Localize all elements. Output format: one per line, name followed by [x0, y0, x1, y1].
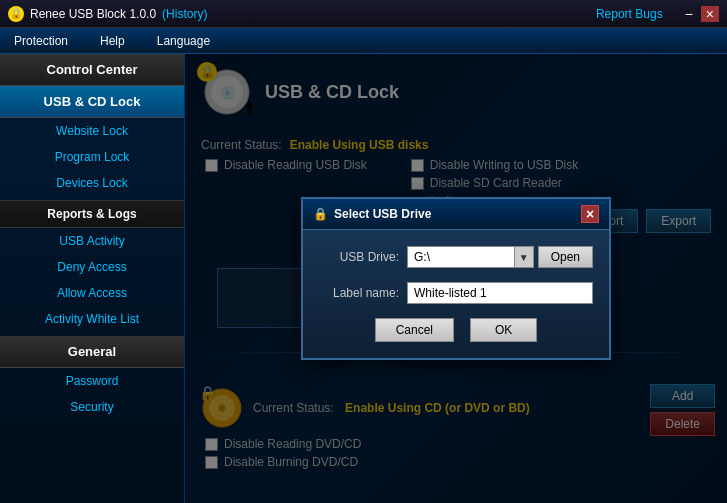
app-name: Renee USB Block 1.0.0 [30, 7, 156, 21]
close-button[interactable]: × [701, 6, 719, 22]
menu-bar: Protection Help Language [0, 28, 727, 54]
select-usb-drive-modal: 🔒 Select USB Drive × USB Drive: G:\ [301, 197, 611, 360]
dropdown-arrow-icon[interactable]: ▼ [514, 246, 534, 268]
sidebar-reports-logs-label: Reports & Logs [0, 200, 184, 228]
menu-protection[interactable]: Protection [8, 32, 74, 50]
usb-drive-field: USB Drive: G:\ ▼ Open [319, 246, 593, 268]
menu-language[interactable]: Language [151, 32, 216, 50]
modal-overlay: 🔒 Select USB Drive × USB Drive: G:\ [185, 54, 727, 503]
modal-close-button[interactable]: × [581, 205, 599, 223]
app-icon: 🔒 [8, 6, 24, 22]
sidebar-usb-cd-lock[interactable]: USB & CD Lock [0, 86, 184, 118]
sidebar: Control Center USB & CD Lock Website Loc… [0, 54, 185, 503]
sidebar-allow-access[interactable]: Allow Access [0, 280, 184, 306]
usb-drive-input-group: G:\ ▼ Open [407, 246, 593, 268]
sidebar-usb-activity[interactable]: USB Activity [0, 228, 184, 254]
sidebar-deny-access[interactable]: Deny Access [0, 254, 184, 280]
modal-title: Select USB Drive [334, 207, 431, 221]
window-controls: − × [681, 6, 719, 22]
minimize-button[interactable]: − [681, 6, 697, 22]
sidebar-website-lock[interactable]: Website Lock [0, 118, 184, 144]
label-name-field: Label name: [319, 282, 593, 304]
content-area: 💿 🔒 ⬆ USB & CD Lock Current Status: Enab… [185, 54, 727, 503]
modal-buttons: Cancel OK [319, 318, 593, 342]
title-bar-right: Report Bugs − × [596, 6, 719, 22]
usb-drive-select-wrapper: G:\ ▼ [407, 246, 534, 268]
sidebar-activity-white-list[interactable]: Activity White List [0, 306, 184, 332]
sidebar-program-lock[interactable]: Program Lock [0, 144, 184, 170]
sidebar-devices-lock[interactable]: Devices Lock [0, 170, 184, 196]
open-button[interactable]: Open [538, 246, 593, 268]
title-bar: 🔒 Renee USB Block 1.0.0 (History) Report… [0, 0, 727, 28]
modal-lock-icon: 🔒 [313, 207, 328, 221]
sidebar-security[interactable]: Security [0, 394, 184, 420]
sidebar-general-label: General [0, 336, 184, 368]
ok-button[interactable]: OK [470, 318, 537, 342]
sidebar-password[interactable]: Password [0, 368, 184, 394]
history-label: (History) [162, 7, 207, 21]
sidebar-control-center[interactable]: Control Center [0, 54, 184, 86]
label-name-input[interactable] [407, 282, 593, 304]
report-bugs-link[interactable]: Report Bugs [596, 7, 663, 21]
title-bar-left: 🔒 Renee USB Block 1.0.0 (History) [8, 6, 207, 22]
modal-body: USB Drive: G:\ ▼ Open [303, 230, 609, 358]
main-layout: Control Center USB & CD Lock Website Loc… [0, 54, 727, 503]
usb-drive-label: USB Drive: [319, 250, 399, 264]
label-name-label: Label name: [319, 286, 399, 300]
cancel-button[interactable]: Cancel [375, 318, 454, 342]
modal-title-left: 🔒 Select USB Drive [313, 207, 431, 221]
label-name-input-group [407, 282, 593, 304]
menu-help[interactable]: Help [94, 32, 131, 50]
modal-title-bar: 🔒 Select USB Drive × [303, 199, 609, 230]
